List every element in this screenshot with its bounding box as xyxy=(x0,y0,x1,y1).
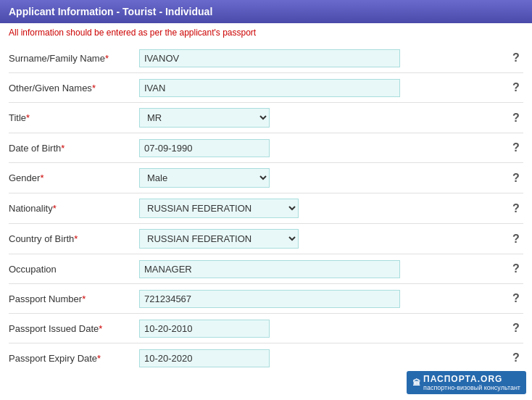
input-area-passport_number xyxy=(139,290,487,308)
form-row-passport_expiry: Passport Expiry Date*? xyxy=(9,345,523,371)
label-passport_number: Passport Number* xyxy=(9,293,139,304)
label-passport_issued: Passport Issued Date* xyxy=(9,323,139,334)
watermark-text: ПАСПОРТА.ORG xyxy=(423,374,520,384)
input-area-country_of_birth: RUSSIAN FEDERATIONAMERICANBRITISHCHINESE… xyxy=(139,229,487,249)
help-dob[interactable]: ? xyxy=(509,141,523,154)
help-surname[interactable]: ? xyxy=(509,51,523,64)
form-row-dob: Date of Birth*? xyxy=(9,135,523,161)
watermark-subtext: паспортно-визовый консультант xyxy=(423,384,520,391)
select-gender[interactable]: MaleFemale xyxy=(139,168,270,188)
input-dob[interactable] xyxy=(139,139,270,157)
select-country_of_birth[interactable]: RUSSIAN FEDERATIONAMERICANBRITISHCHINESE… xyxy=(139,229,299,249)
help-nationality[interactable]: ? xyxy=(509,202,523,215)
input-occupation[interactable] xyxy=(139,260,400,278)
input-passport_issued[interactable] xyxy=(139,320,270,338)
form-row-passport_issued: Passport Issued Date*? xyxy=(9,315,523,341)
help-country_of_birth[interactable]: ? xyxy=(509,233,523,246)
form-row-occupation: Occupation? xyxy=(9,256,523,282)
input-passport_expiry[interactable] xyxy=(139,349,270,367)
help-passport_number[interactable]: ? xyxy=(509,292,523,305)
label-occupation: Occupation xyxy=(9,264,139,275)
help-given_names[interactable]: ? xyxy=(509,81,523,94)
label-gender: Gender* xyxy=(9,172,139,183)
form-row-passport_number: Passport Number*? xyxy=(9,286,523,312)
input-area-title: MRMRSMSDRPROF xyxy=(139,108,487,128)
form-row-title: Title*MRMRSMSDRPROF? xyxy=(9,104,523,131)
page-title: Applicant Information - Tourist - Indivi… xyxy=(9,6,212,17)
label-country_of_birth: Country of Birth* xyxy=(9,233,139,244)
page-header: Applicant Information - Tourist - Indivi… xyxy=(0,0,532,23)
input-given_names[interactable] xyxy=(139,79,400,97)
input-surname[interactable] xyxy=(139,49,400,67)
help-title[interactable]: ? xyxy=(509,112,523,125)
input-area-given_names xyxy=(139,79,487,97)
label-title: Title* xyxy=(9,112,139,123)
label-given_names: Other/Given Names* xyxy=(9,83,139,93)
help-occupation[interactable]: ? xyxy=(509,262,523,275)
form-container: Surname/Family Name*?Other/Given Names*?… xyxy=(0,42,532,380)
label-passport_expiry: Passport Expiry Date* xyxy=(9,353,139,364)
select-title[interactable]: MRMRSMSDRPROF xyxy=(139,108,270,128)
form-row-given_names: Other/Given Names*? xyxy=(9,75,523,101)
help-passport_expiry[interactable]: ? xyxy=(509,351,523,364)
watermark: 🏛 ПАСПОРТА.ORG паспортно-визовый консуль… xyxy=(407,371,526,394)
select-nationality[interactable]: RUSSIAN FEDERATIONAMERICANBRITISHCHINESE… xyxy=(139,199,299,218)
form-row-surname: Surname/Family Name*? xyxy=(9,45,523,71)
help-gender[interactable]: ? xyxy=(509,172,523,185)
label-nationality: Nationality* xyxy=(9,203,139,214)
watermark-icon: 🏛 xyxy=(412,378,420,387)
input-passport_number[interactable] xyxy=(139,290,400,308)
info-message: All information should be entered as per… xyxy=(0,23,532,42)
form-row-nationality: Nationality*RUSSIAN FEDERATIONAMERICANBR… xyxy=(9,195,523,222)
input-area-dob xyxy=(139,139,487,157)
label-surname: Surname/Family Name* xyxy=(9,53,139,64)
help-passport_issued[interactable]: ? xyxy=(509,322,523,335)
input-area-passport_expiry xyxy=(139,349,487,367)
input-area-gender: MaleFemale xyxy=(139,168,487,188)
input-area-passport_issued xyxy=(139,320,487,338)
form-row-country_of_birth: Country of Birth*RUSSIAN FEDERATIONAMERI… xyxy=(9,225,523,252)
label-dob: Date of Birth* xyxy=(9,143,139,154)
form-row-gender: Gender*MaleFemale? xyxy=(9,164,523,191)
input-area-nationality: RUSSIAN FEDERATIONAMERICANBRITISHCHINESE… xyxy=(139,199,487,218)
input-area-surname xyxy=(139,49,487,67)
input-area-occupation xyxy=(139,260,487,278)
